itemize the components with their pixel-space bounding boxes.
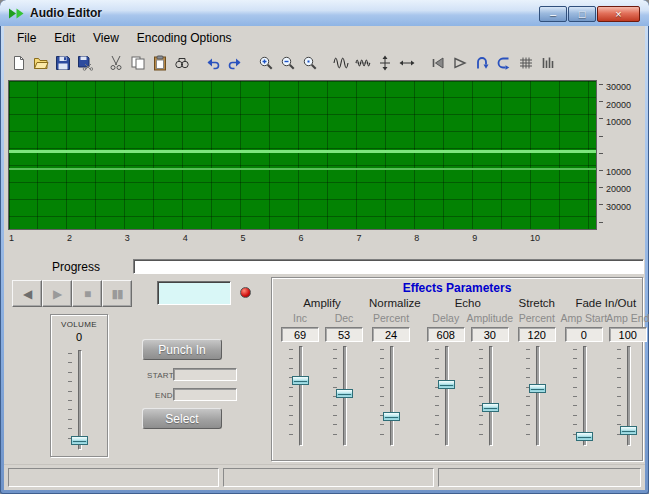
toolbar-button-blocks[interactable] (515, 52, 537, 75)
slider-thumb[interactable] (438, 380, 455, 389)
punch-in-button[interactable]: Punch In (142, 339, 222, 360)
menu-edit[interactable]: Edit (45, 28, 84, 48)
param-label: Amp Start (560, 312, 607, 326)
slider-thumb[interactable] (576, 432, 593, 441)
volume-slider[interactable] (66, 350, 92, 450)
toolbar-button-amplifier[interactable] (449, 52, 471, 75)
copy-icon (130, 55, 146, 71)
toolbar-button-zoom-in[interactable] (255, 52, 277, 75)
toolbar-button-cut[interactable] (105, 52, 127, 75)
slider-thumb[interactable] (383, 412, 400, 421)
transport: ◀▶■▮▮ (12, 280, 132, 307)
toolbar-button-fit-vertical[interactable] (374, 52, 396, 75)
toolbar-button-save-as[interactable] (74, 52, 96, 75)
toolbar-button-undo[interactable] (202, 52, 224, 75)
param-label: Percent (519, 312, 555, 326)
select-button[interactable]: Select (142, 408, 222, 429)
effect-param-percent: Percent120 (515, 312, 559, 446)
stop-icon: ■ (84, 287, 90, 301)
slider-thumb[interactable] (620, 426, 637, 435)
effect-param-amp-end: Amp End100 (606, 312, 649, 446)
slider-thumb[interactable] (292, 376, 309, 385)
param-slider[interactable] (433, 346, 459, 446)
slider-thumb[interactable] (529, 384, 546, 393)
title-bar[interactable]: Audio Editor – □ × (0, 0, 649, 26)
effects-title: Effects Parameters (272, 281, 642, 295)
toolbar-button-u-turn[interactable] (471, 52, 493, 75)
param-label: Amplitude (466, 312, 513, 326)
slider-track (390, 346, 394, 446)
toolbar-separator (321, 49, 330, 77)
effect-group-label: Amplify (278, 297, 366, 312)
slider-thumb[interactable] (71, 436, 88, 445)
waveform-display[interactable] (8, 80, 597, 230)
param-value: 53 (325, 327, 363, 342)
menu-encoding-options[interactable]: Encoding Options (128, 28, 241, 48)
effect-group-label: Fade In/Out (562, 297, 649, 312)
effect-group-label: Echo (424, 297, 512, 312)
time-tick-label: 10 (530, 233, 540, 243)
time-tick-label: 3 (125, 233, 130, 243)
toolbar-button-copy[interactable] (127, 52, 149, 75)
param-label: Inc (293, 312, 307, 326)
slider-thumb[interactable] (336, 389, 353, 398)
param-slider[interactable] (477, 346, 503, 446)
toolbar-button-waveform-dense[interactable] (352, 52, 374, 75)
param-slider[interactable] (524, 346, 550, 446)
play-button[interactable]: ▶ (42, 280, 72, 307)
toolbar-button-paste[interactable] (149, 52, 171, 75)
start-field[interactable] (173, 368, 237, 381)
toolbar-button-trim[interactable] (493, 52, 515, 75)
minimize-button[interactable]: – (539, 6, 567, 22)
monitor-display[interactable] (157, 281, 231, 305)
slider-ticks (289, 349, 293, 443)
maximize-button[interactable]: □ (568, 6, 596, 22)
scale-label: 10000 (606, 118, 631, 127)
toolbar-button-find[interactable] (171, 52, 193, 75)
param-slider[interactable] (378, 346, 404, 446)
menu-view[interactable]: View (84, 28, 128, 48)
scale-label: 20000 (606, 101, 631, 110)
levels-icon (540, 55, 556, 71)
amplifier-icon (452, 55, 468, 71)
toolbar-button-save[interactable] (52, 52, 74, 75)
start-label: START (147, 371, 174, 380)
toolbar-button-waveform[interactable] (330, 52, 352, 75)
pause-button[interactable]: ▮▮ (102, 280, 132, 307)
toolbar-button-new-file[interactable] (8, 52, 30, 75)
effect-group-sliders: Percent120 (515, 312, 559, 446)
close-button[interactable]: × (597, 6, 640, 22)
undo-icon (205, 55, 221, 71)
param-value: 30 (471, 327, 509, 342)
effect-group-amplify: AmplifyInc69Dec53 (278, 297, 366, 446)
param-slider[interactable] (615, 346, 641, 446)
param-slider[interactable] (287, 346, 313, 446)
stop-button[interactable]: ■ (72, 280, 102, 307)
menu-file[interactable]: File (8, 28, 45, 48)
param-slider[interactable] (571, 346, 597, 446)
caption-buttons: – □ × (539, 6, 640, 22)
time-tick-label: 8 (414, 233, 419, 243)
toolbar-button-fit-horizontal[interactable] (396, 52, 418, 75)
slider-track (583, 346, 587, 446)
save-icon (55, 55, 71, 71)
status-bar (4, 464, 645, 490)
slider-ticks (68, 353, 72, 447)
effect-param-dec: Dec53 (322, 312, 366, 446)
effects-panel: Effects Parameters AmplifyInc69Dec53Norm… (271, 277, 643, 461)
toolbar-button-zoom-actual[interactable] (299, 52, 321, 75)
end-field[interactable] (173, 388, 237, 401)
progress-label: Progress (52, 260, 100, 274)
waveform-icon (333, 55, 349, 71)
rewind-button[interactable]: ◀ (12, 280, 42, 307)
toolbar-button-levels[interactable] (537, 52, 559, 75)
toolbar-button-redo[interactable] (224, 52, 246, 75)
toolbar-button-open-folder[interactable] (30, 52, 52, 75)
effect-param-amplitude: Amplitude30 (468, 312, 512, 446)
slider-thumb[interactable] (482, 403, 499, 412)
toolbar-separator (96, 49, 105, 77)
toolbar-separator (193, 49, 202, 77)
toolbar-button-play-reverse[interactable] (427, 52, 449, 75)
param-slider[interactable] (331, 346, 357, 446)
toolbar-button-zoom-out[interactable] (277, 52, 299, 75)
